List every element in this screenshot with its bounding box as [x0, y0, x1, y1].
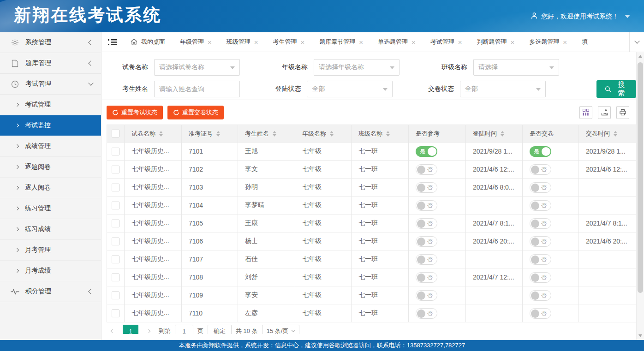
scrollbar-thumb[interactable] — [638, 62, 643, 293]
prev-page-button[interactable] — [107, 325, 119, 334]
attended-toggle[interactable]: 否 — [416, 308, 437, 319]
column-header-2[interactable]: 考生姓名 — [238, 125, 295, 143]
column-header-4[interactable]: 班级名称 — [352, 125, 409, 143]
close-icon[interactable]: × — [359, 39, 363, 46]
close-icon[interactable]: × — [411, 39, 416, 46]
attended-toggle[interactable]: 否 — [416, 164, 437, 175]
login-status-select[interactable]: 全部 — [307, 81, 393, 97]
row-checkbox[interactable] — [112, 256, 119, 263]
tab-3[interactable]: 考生管理× — [266, 32, 312, 52]
submitted-toggle[interactable]: 否 — [530, 290, 551, 301]
row-checkbox[interactable] — [112, 166, 119, 173]
scroll-down-arrow-icon[interactable] — [637, 332, 644, 339]
sidebar-item-2-6[interactable]: 练习成绩 — [0, 219, 101, 240]
attended-toggle[interactable]: 否 — [416, 200, 437, 211]
tab-7[interactable]: 判断题管理× — [470, 32, 522, 52]
close-icon[interactable]: × — [301, 39, 305, 46]
sidebar-item-2-5[interactable]: 练习管理 — [0, 198, 101, 219]
page-size-select[interactable]: 15 条/页 — [262, 325, 300, 334]
reset-exam-status-button[interactable]: 重置考试状态 — [107, 106, 163, 119]
sidebar-toggle-icon[interactable] — [102, 39, 123, 46]
user-menu[interactable]: 您好，欢迎使用考试系统！ — [531, 12, 630, 21]
tab-8[interactable]: 多选题管理× — [522, 32, 574, 52]
sidebar-item-2-3[interactable]: 逐题阅卷 — [0, 157, 101, 178]
row-checkbox[interactable] — [112, 184, 119, 191]
tab-9[interactable]: 填 — [574, 32, 595, 52]
row-checkbox[interactable] — [112, 309, 119, 317]
submitted-toggle[interactable]: 否 — [530, 200, 551, 211]
row-checkbox[interactable] — [112, 220, 119, 227]
submitted-toggle[interactable]: 否 — [530, 218, 551, 229]
grade-name-select[interactable]: 请选择年级名称 — [314, 59, 400, 76]
scrollbar[interactable] — [636, 52, 644, 340]
submit-status-select[interactable]: 全部 — [460, 81, 546, 97]
sidebar-item-2-2[interactable]: 成绩管理 — [0, 136, 101, 157]
close-icon[interactable]: × — [208, 39, 212, 46]
column-header-8[interactable]: 交卷时间 — [579, 125, 637, 143]
attended-toggle[interactable]: 否 — [416, 218, 437, 229]
sort-icon[interactable] — [614, 131, 617, 137]
paper-name-select[interactable]: 请选择试卷名称 — [154, 59, 240, 76]
close-icon[interactable]: × — [458, 39, 462, 46]
class-name-select[interactable]: 请选择 — [473, 59, 559, 76]
sidebar-item-2-4[interactable]: 逐人阅卷 — [0, 178, 101, 198]
page-jump-input[interactable] — [175, 325, 193, 334]
tabs-overflow-button[interactable] — [629, 32, 644, 52]
sort-icon[interactable] — [159, 131, 163, 137]
tab-0[interactable]: 我的桌面 — [123, 32, 173, 52]
tab-5[interactable]: 单选题管理× — [370, 32, 423, 52]
submitted-toggle[interactable]: 否 — [530, 308, 551, 319]
sort-icon[interactable] — [273, 131, 276, 137]
sidebar-group-3[interactable]: 积分管理 — [0, 281, 101, 302]
submitted-toggle[interactable]: 是 — [530, 146, 551, 157]
tab-4[interactable]: 题库章节管理× — [312, 32, 370, 52]
scroll-up-arrow-icon[interactable] — [637, 53, 644, 60]
sidebar-group-2[interactable]: 考试管理 — [0, 74, 101, 95]
sort-icon[interactable] — [386, 131, 390, 137]
tab-6[interactable]: 考试管理× — [423, 32, 470, 52]
sort-icon[interactable] — [216, 131, 220, 137]
sidebar-group-1[interactable]: 题库管理 — [0, 53, 101, 74]
next-page-button[interactable] — [143, 325, 155, 334]
page-number-button[interactable]: 1 — [123, 325, 138, 334]
tab-2[interactable]: 班级管理× — [219, 32, 266, 52]
column-header-1[interactable]: 准考证号 — [182, 125, 238, 143]
attended-toggle[interactable]: 否 — [416, 272, 437, 283]
student-name-input[interactable] — [154, 81, 240, 97]
attended-toggle[interactable]: 否 — [416, 236, 437, 247]
column-header-0[interactable]: 试卷名称 — [125, 125, 182, 143]
search-button[interactable]: 搜索 — [596, 80, 636, 98]
print-icon[interactable] — [616, 106, 629, 119]
close-icon[interactable]: × — [511, 39, 515, 46]
close-icon[interactable]: × — [254, 39, 258, 46]
close-icon[interactable]: × — [563, 39, 567, 46]
row-checkbox[interactable] — [112, 202, 119, 209]
sort-icon[interactable] — [330, 131, 334, 137]
submitted-toggle[interactable]: 否 — [530, 236, 551, 247]
row-checkbox[interactable] — [112, 238, 119, 245]
submitted-toggle[interactable]: 否 — [530, 164, 551, 175]
sidebar-item-2-8[interactable]: 月考成绩 — [0, 261, 101, 281]
attended-toggle[interactable]: 是 — [416, 146, 437, 157]
sidebar-item-2-0[interactable]: 考试管理 — [0, 95, 101, 115]
submitted-toggle[interactable]: 否 — [530, 254, 551, 265]
row-checkbox[interactable] — [112, 148, 119, 155]
sidebar-item-2-1[interactable]: 考试监控 — [0, 115, 101, 136]
row-checkbox[interactable] — [112, 274, 119, 281]
attended-toggle[interactable]: 否 — [416, 254, 437, 265]
reset-submit-status-button[interactable]: 重置交卷状态 — [167, 106, 224, 119]
attended-toggle[interactable]: 否 — [416, 290, 437, 301]
select-all-checkbox[interactable] — [112, 130, 119, 137]
sidebar-item-2-7[interactable]: 月考管理 — [0, 240, 101, 261]
confirm-page-button[interactable]: 确定 — [208, 325, 232, 334]
attended-toggle[interactable]: 否 — [416, 182, 437, 193]
submitted-toggle[interactable]: 否 — [530, 272, 551, 283]
column-header-6[interactable]: 登陆时间 — [466, 125, 523, 143]
export-icon[interactable] — [598, 106, 611, 119]
sort-icon[interactable] — [501, 131, 504, 137]
column-header-3[interactable]: 年级名称 — [295, 125, 352, 143]
sidebar-group-0[interactable]: 系统管理 — [0, 32, 101, 53]
submitted-toggle[interactable]: 否 — [530, 182, 551, 193]
columns-grid-icon[interactable] — [579, 106, 592, 119]
tab-1[interactable]: 年级管理× — [173, 32, 219, 52]
